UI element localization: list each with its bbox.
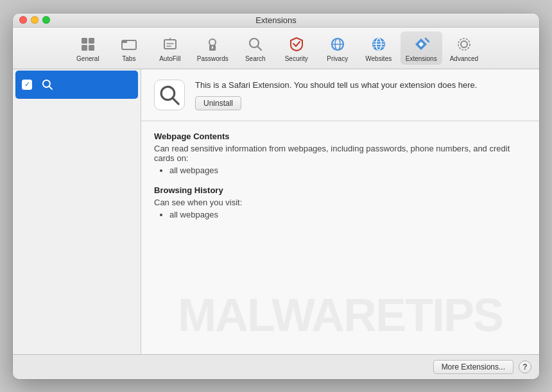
titlebar: Extensions (13, 13, 539, 28)
toolbar-item-general[interactable]: General (69, 31, 107, 65)
toolbar-item-tabs[interactable]: Tabs (110, 31, 148, 65)
toolbar-item-websites[interactable]: Websites (359, 31, 398, 65)
toolbar-label-advanced: Advanced (450, 55, 478, 62)
detail-pane: This is a Safari Extension. You should t… (141, 69, 539, 354)
browsing-history-section: Browsing History Can see when you visit:… (154, 185, 526, 219)
toolbar-item-privacy[interactable]: Privacy (318, 31, 357, 65)
svg-line-11 (257, 46, 261, 50)
sidebar-item-search-ext[interactable]: ✓ (15, 71, 138, 99)
watermark: MALWARETIPS (178, 289, 503, 341)
svg-line-27 (173, 98, 178, 104)
security-icon (286, 34, 307, 55)
privacy-icon (327, 34, 348, 55)
svg-rect-2 (82, 45, 87, 51)
webpage-contents-desc: Can read sensitive information from webp… (154, 144, 526, 163)
maximize-button[interactable] (42, 16, 50, 24)
general-icon (78, 34, 98, 55)
toolbar-label-websites: Websites (365, 55, 392, 62)
toolbar: General Tabs AutoFill (13, 28, 539, 69)
footer: More Extensions... ? (13, 354, 539, 379)
svg-point-22 (461, 41, 467, 47)
toolbar-label-privacy: Privacy (327, 55, 348, 62)
toolbar-label-general: General (76, 55, 99, 62)
webpage-contents-list: all webpages (154, 166, 526, 175)
svg-rect-1 (89, 38, 94, 44)
toolbar-item-autofill[interactable]: AutoFill (151, 31, 189, 65)
toolbar-label-passwords: Passwords (197, 55, 229, 62)
svg-line-13 (296, 42, 300, 46)
autofill-icon (160, 34, 180, 55)
toolbar-label-search: Search (245, 55, 266, 62)
toolbar-item-extensions[interactable]: Extensions (401, 31, 442, 65)
toolbar-item-search[interactable]: Search (236, 31, 275, 65)
toolbar-item-passwords[interactable]: Passwords (192, 31, 234, 65)
browsing-history-item: all webpages (169, 210, 526, 219)
main-window: Extensions General Tabs (13, 13, 539, 379)
svg-point-7 (209, 39, 216, 46)
toolbar-item-security[interactable]: Security (277, 31, 316, 65)
extension-checkbox[interactable]: ✓ (22, 80, 32, 90)
close-button[interactable] (19, 16, 27, 24)
uninstall-button[interactable]: Uninstall (195, 96, 241, 110)
search-toolbar-icon (245, 34, 266, 55)
extension-header: This is a Safari Extension. You should t… (141, 69, 539, 121)
webpage-contents-title: Webpage Contents (154, 132, 526, 141)
svg-rect-9 (212, 46, 213, 49)
svg-rect-3 (89, 45, 94, 51)
window-title: Extensions (255, 15, 297, 25)
tabs-icon (119, 34, 139, 55)
sidebar: ✓ (13, 69, 141, 354)
minimize-button[interactable] (31, 16, 39, 24)
extension-sidebar-icon (37, 74, 58, 95)
websites-icon (368, 34, 389, 55)
svg-point-23 (458, 38, 470, 50)
toolbar-item-advanced[interactable]: Advanced (445, 31, 483, 65)
svg-line-25 (49, 86, 52, 89)
toolbar-label-tabs: Tabs (122, 55, 135, 62)
webpage-contents-item: all webpages (169, 166, 526, 175)
toolbar-label-extensions: Extensions (406, 55, 437, 62)
extensions-icon (411, 34, 431, 55)
browsing-history-title: Browsing History (154, 185, 526, 195)
advanced-icon (454, 34, 474, 55)
svg-rect-6 (164, 40, 176, 49)
permissions-section: Webpage Contents Can read sensitive info… (141, 121, 539, 354)
webpage-contents-section: Webpage Contents Can read sensitive info… (154, 132, 526, 175)
help-button[interactable]: ? (519, 361, 531, 373)
extension-description: This is a Safari Extension. You should t… (195, 80, 526, 91)
toolbar-label-security: Security (285, 55, 308, 62)
passwords-icon (202, 34, 223, 55)
browsing-history-desc: Can see when you visit: (154, 198, 526, 207)
more-extensions-button[interactable]: More Extensions... (433, 360, 513, 374)
browsing-history-list: all webpages (154, 210, 526, 219)
main-content: ✓ This is a (13, 69, 539, 354)
traffic-lights (19, 16, 50, 24)
svg-rect-5 (122, 40, 127, 43)
extension-icon (154, 80, 185, 110)
toolbar-label-autofill: AutoFill (159, 55, 180, 62)
extension-info: This is a Safari Extension. You should t… (195, 80, 526, 110)
svg-rect-0 (82, 38, 87, 44)
